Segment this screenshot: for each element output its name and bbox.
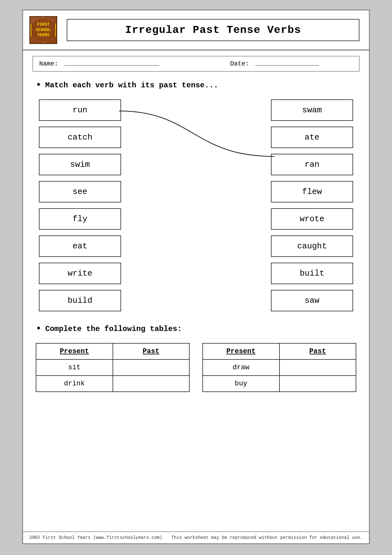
list-item: wrote [271,208,353,230]
worksheet-page: FIRST SCHOOL YEARS Irregular Past Tense … [22,9,370,544]
table1-row2-present: drink [36,376,113,392]
tables-instruction-text: Complete the following tables: [45,325,182,333]
list-item: run [39,99,121,121]
list-item: built [271,263,353,284]
date-underline [255,65,319,65]
logo-text: FIRST [37,22,49,28]
table1-col1-header: Present [36,343,113,359]
header: FIRST SCHOOL YEARS Irregular Past Tense … [23,10,369,50]
bullet-1: • [36,80,41,90]
list-item: swim [39,154,121,175]
match-instruction-text: Match each verb with its past tense... [45,81,218,90]
table-row: buy [203,376,356,392]
table1-row1-past[interactable] [113,359,190,376]
table-row: drink [36,376,189,392]
name-underline [64,65,159,65]
table-2: Present Past draw buy [202,343,356,392]
list-item: swam [271,99,353,121]
table-row: sit [36,359,189,376]
bullet-2: • [36,324,41,334]
tables-instruction: • Complete the following tables: [36,324,356,334]
list-item: flew [271,181,353,203]
right-column: swam ate ran flew wrote caught built saw [271,99,353,311]
list-item: ate [271,127,353,148]
table1-col2-header: Past [113,343,190,359]
table-1: Present Past sit drink [36,343,190,392]
tables-container: Present Past sit drink [36,343,356,392]
content-area: • Match each verb with its past tense...… [23,77,369,402]
title-box: Irregular Past Tense Verbs [67,19,359,41]
list-item: fly [39,208,121,230]
left-column: run catch swim see fly eat write build [39,99,121,311]
list-item: saw [271,290,353,311]
list-item: write [39,263,121,284]
table2-row2-past[interactable] [279,376,356,392]
list-item: see [39,181,121,203]
match-instruction: • Match each verb with its past tense... [36,80,356,90]
name-section: Name: [39,60,196,67]
footer-right: This worksheet may be reproduced without… [171,535,363,540]
footer-left: 2002 First School Years (www.firstschool… [29,535,162,540]
matching-area: run catch swim see fly eat write build s… [36,99,356,311]
table2-col1-header: Present [203,343,279,359]
logo-text2: SCHOOL [36,28,51,33]
list-item: caught [271,235,353,257]
table2-col2-header: Past [279,343,356,359]
table-row: draw [203,359,356,376]
table2-row1-present: draw [203,359,279,376]
table2-row1-past[interactable] [279,359,356,376]
table1-row1-present: sit [36,359,113,376]
page-title: Irregular Past Tense Verbs [74,24,352,36]
list-item: build [39,290,121,311]
table2-row2-present: buy [203,376,279,392]
logo: FIRST SCHOOL YEARS [29,16,57,44]
date-section: Date: [196,60,353,67]
list-item: ran [271,154,353,175]
name-date-row: Name: Date: [33,56,359,72]
footer: 2002 First School Years (www.firstschool… [23,532,369,543]
logo-text3: YEARS [37,33,49,38]
list-item: eat [39,235,121,257]
name-label: Name: [39,60,58,67]
date-label: Date: [230,60,249,67]
table1-row2-past[interactable] [113,376,190,392]
list-item: catch [39,127,121,148]
